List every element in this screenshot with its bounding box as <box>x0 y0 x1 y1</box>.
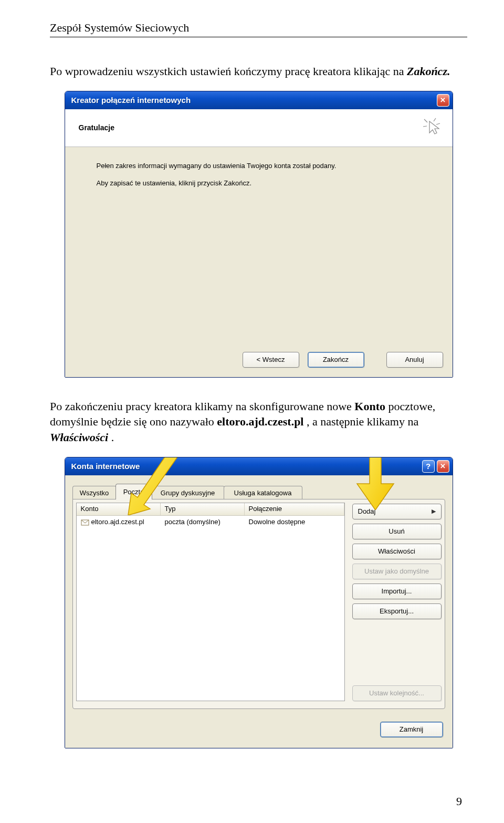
set-order-button: Ustaw kolejność... <box>352 685 442 701</box>
wizard-text-1: Pełen zakres informacji wymagany do usta… <box>97 162 435 170</box>
close-icon[interactable]: ✕ <box>437 460 449 473</box>
tab-directory[interactable]: Usługa katalogowa <box>224 486 302 499</box>
button-label: Ustaw kolejność... <box>369 689 424 697</box>
svg-line-2 <box>436 123 440 124</box>
account-connection: Dowolne dostępne <box>245 518 344 526</box>
button-label: Dodaj <box>358 507 376 515</box>
text-bold: Konto <box>354 400 385 413</box>
tabpanel-mail: Konto Typ Połączenie eltoro.ajd.czest.pl <box>72 499 445 709</box>
svg-line-3 <box>423 126 427 127</box>
window-title: Kreator połączeń internetowych <box>71 96 437 105</box>
accounts-dialog: Konta internetowe ? ✕ Wszystko Poczta Gr… <box>65 457 453 748</box>
text-bold: eltoro.ajd.czest.pl <box>217 415 303 428</box>
set-default-button: Ustaw jako domyślne <box>352 564 442 579</box>
export-button[interactable]: Eksportuj... <box>352 603 442 619</box>
wizard-dialog: Kreator połączeń internetowych ✕ Gratula… <box>65 91 453 378</box>
button-label: Usuń <box>388 527 404 535</box>
close-button[interactable]: Zamknij <box>380 722 443 737</box>
account-type: poczta (domyślne) <box>161 518 245 526</box>
col-header-account[interactable]: Konto <box>77 503 161 515</box>
account-row[interactable]: eltoro.ajd.czest.pl poczta (domyślne) Do… <box>77 516 344 528</box>
wizard-text-2: Aby zapisać te ustawienia, kliknij przyc… <box>97 179 435 187</box>
import-button[interactable]: Importuj... <box>352 584 442 599</box>
back-button[interactable]: < Wstecz <box>243 352 299 368</box>
wizard-subheader: Gratulacje <box>65 109 453 147</box>
mail-account-icon <box>81 518 89 526</box>
button-label: Importuj... <box>382 587 412 595</box>
cancel-button[interactable]: Anuluj <box>386 352 443 368</box>
text: , a następnie klikamy na <box>307 415 418 428</box>
button-label: Ustaw jako domyślne <box>364 567 429 575</box>
text-emphasis: Zakończ. <box>407 65 450 78</box>
help-icon[interactable]: ? <box>422 460 435 473</box>
window-title: Konta internetowe <box>71 462 422 471</box>
titlebar[interactable]: Kreator połączeń internetowych ✕ <box>65 91 453 109</box>
text: Po zakończeniu pracy kreatora klikamy na… <box>50 400 354 413</box>
add-button[interactable]: Dodaj ▶ <box>352 504 442 519</box>
tab-mail[interactable]: Poczta <box>116 484 152 499</box>
finish-button[interactable]: Zakończ <box>308 352 364 368</box>
button-label: Właściwości <box>378 547 415 555</box>
svg-line-1 <box>434 118 436 121</box>
cursor-click-icon <box>422 117 443 138</box>
paragraph-1: Po wprowadzeniu wszystkich ustawień końc… <box>50 64 467 79</box>
close-icon[interactable]: ✕ <box>437 94 449 107</box>
list-headers: Konto Typ Połączenie <box>77 503 344 516</box>
col-header-type[interactable]: Typ <box>161 503 245 515</box>
wizard-subtitle: Gratulacje <box>79 123 422 132</box>
svg-line-0 <box>424 119 427 122</box>
tab-all[interactable]: Wszystko <box>72 486 117 499</box>
wizard-content: Pełen zakres informacji wymagany do usta… <box>65 147 453 347</box>
text: . <box>111 431 114 444</box>
paragraph-2: Po zakończeniu pracy kreatora klikamy na… <box>50 399 467 445</box>
remove-button[interactable]: Usuń <box>352 524 442 539</box>
button-label: Eksportuj... <box>380 607 414 615</box>
document-header: Zespół Systemów Sieciowych <box>50 21 467 37</box>
col-header-connection[interactable]: Połączenie <box>245 503 344 515</box>
titlebar[interactable]: Konta internetowe ? ✕ <box>65 457 453 475</box>
chevron-right-icon: ▶ <box>426 508 436 515</box>
account-name: eltoro.ajd.czest.pl <box>91 518 144 526</box>
text-emphasis: Właściwości <box>50 431 108 444</box>
properties-button[interactable]: Właściwości <box>352 544 442 559</box>
tabset: Wszystko Poczta Grupy dyskusyjne Usługa … <box>72 484 445 499</box>
accounts-list[interactable]: Konto Typ Połączenie eltoro.ajd.czest.pl <box>76 503 345 701</box>
tab-news[interactable]: Grupy dyskusyjne <box>151 486 225 499</box>
text: Po wprowadzeniu wszystkich ustawień końc… <box>50 65 407 78</box>
page-number: 9 <box>456 795 462 808</box>
